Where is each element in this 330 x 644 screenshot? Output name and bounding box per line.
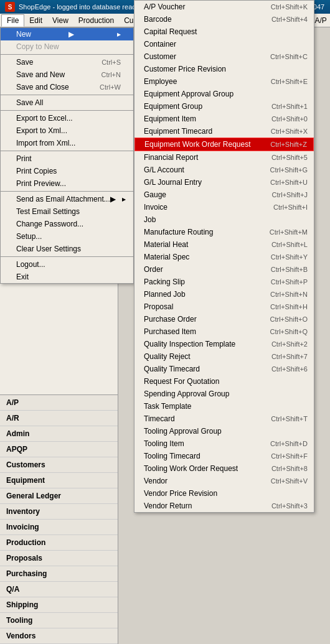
new-customer-price-revision[interactable]: Customer Price Revision <box>134 63 314 75</box>
new-proposal[interactable]: Proposal Ctrl+Shift+H <box>134 301 314 313</box>
new-request-for-quotation[interactable]: Request For Quotation <box>134 375 314 388</box>
export-excel-label: Export to Excel... <box>16 114 73 123</box>
new-vendor[interactable]: Vendor Ctrl+Shift+V <box>134 475 314 487</box>
new-planned-job[interactable]: Planned Job Ctrl+Shift+N <box>134 288 314 301</box>
file-menu-send-email[interactable]: Send as Email Attachment... ▶ <box>1 193 133 205</box>
new-container[interactable]: Container <box>134 38 314 50</box>
new-quality-inspection-template[interactable]: Quality Inspection Template Ctrl+Shift+2 <box>134 338 314 350</box>
new-vendor-price-revision[interactable]: Vendor Price Revision <box>134 487 314 500</box>
file-menu-import-xml[interactable]: Import from Xml... <box>1 137 133 149</box>
new-submenu: A/P Voucher Ctrl+Shift+K Barcode Ctrl+Sh… <box>134 0 314 513</box>
save-close-label: Save and Close <box>16 83 69 91</box>
nav-item-proposals[interactable]: Proposals <box>0 551 118 566</box>
new-vendor-return[interactable]: Vendor Return Ctrl+Shift+3 <box>134 500 314 512</box>
nav-item-customers[interactable]: Customers <box>0 457 118 473</box>
send-email-label: Send as Email Attachment... <box>16 195 110 203</box>
new-gl-account[interactable]: G/L Account Ctrl+Shift+G <box>134 164 314 176</box>
nav-item-apqp[interactable]: APQP <box>0 442 118 457</box>
copy-to-new-label: Copy to New <box>16 42 59 51</box>
file-menu-save-and-close[interactable]: Save and Close Ctrl+W <box>1 81 133 93</box>
file-menu-print-copies[interactable]: Print Copies <box>1 165 133 177</box>
file-menu-test-email[interactable]: Test Email Settings <box>1 205 133 218</box>
sidebar: Operator Schedule <box>0 27 118 644</box>
nav-item-invoicing[interactable]: Invoicing <box>0 520 118 535</box>
menu-edit[interactable]: Edit <box>24 15 47 26</box>
right-area: A/P Voucher Ctrl+Shift+K Barcode Ctrl+Sh… <box>118 27 330 644</box>
new-equipment-approval-group[interactable]: Equipment Approval Group <box>134 88 314 100</box>
new-manufacture-routing[interactable]: Manufacture Routing Ctrl+Shift+M <box>134 226 314 238</box>
file-menu-setup[interactable]: Setup... <box>1 230 133 243</box>
new-purchased-item[interactable]: Purchased Item Ctrl+Shift+Q <box>134 325 314 338</box>
new-gl-journal-entry[interactable]: G/L Journal Entry Ctrl+Shift+U <box>134 176 314 189</box>
new-gauge[interactable]: Gauge Ctrl+Shift+J <box>134 189 314 201</box>
separator-6 <box>1 256 133 257</box>
new-spending-approval-group[interactable]: Spending Approval Group <box>134 388 314 400</box>
menu-file[interactable]: File <box>1 14 24 27</box>
file-menu-save[interactable]: Save Ctrl+S <box>1 56 133 68</box>
menu-view[interactable]: View <box>47 15 73 26</box>
print-copies-label: Print Copies <box>16 167 57 175</box>
separator-3 <box>1 110 133 111</box>
nav-item-tooling[interactable]: Tooling <box>0 613 118 628</box>
new-financial-report[interactable]: Financial Report Ctrl+Shift+5 <box>134 151 314 164</box>
nav-item-ar[interactable]: A/R <box>0 411 118 426</box>
new-tooling-item[interactable]: Tooling Item Ctrl+Shift+D <box>134 437 314 450</box>
nav-item-inventory[interactable]: Inventory <box>0 504 118 520</box>
file-menu-exit[interactable]: Exit <box>1 271 133 283</box>
file-menu-change-password[interactable]: Change Password... <box>1 218 133 230</box>
file-menu-save-all[interactable]: Save All <box>1 96 133 109</box>
file-menu-dropdown: New ▶ Copy to New Save Ctrl+S Save and N… <box>0 27 134 284</box>
file-menu-new[interactable]: New ▶ <box>1 28 133 40</box>
new-tooling-work-order-request[interactable]: Tooling Work Order Request Ctrl+Shift+8 <box>134 462 314 475</box>
new-purchase-order[interactable]: Purchase Order Ctrl+Shift+O <box>134 313 314 325</box>
new-material-heat[interactable]: Material Heat Ctrl+Shift+L <box>134 238 314 251</box>
nav-item-vendors[interactable]: Vendors <box>0 628 118 644</box>
nav-item-equipment[interactable]: Equipment <box>0 473 118 488</box>
new-capital-request[interactable]: Capital Request <box>134 26 314 38</box>
nav-item-admin[interactable]: Admin <box>0 426 118 442</box>
file-menu-export-excel[interactable]: Export to Excel... <box>1 112 133 124</box>
new-employee[interactable]: Employee Ctrl+Shift+E <box>134 75 314 88</box>
nav-item-qa[interactable]: Q/A <box>0 582 118 597</box>
new-quality-reject[interactable]: Quality Reject Ctrl+Shift+7 <box>134 350 314 363</box>
menu-production[interactable]: Production <box>73 15 119 26</box>
save-shortcut: Ctrl+S <box>101 58 121 66</box>
file-menu-print-preview[interactable]: Print Preview... <box>1 177 133 190</box>
file-menu-export-xml[interactable]: Export to Xml... <box>1 124 133 137</box>
new-tooling-timecard[interactable]: Tooling Timecard Ctrl+Shift+F <box>134 450 314 462</box>
nav-item-general-ledger[interactable]: General Ledger <box>0 488 118 504</box>
file-menu-save-and-new[interactable]: Save and New Ctrl+N <box>1 68 133 81</box>
separator-4 <box>1 151 133 151</box>
new-equipment-item[interactable]: Equipment Item Ctrl+Shift+0 <box>134 113 314 125</box>
new-order[interactable]: Order Ctrl+Shift+B <box>134 263 314 276</box>
new-tooling-approval-group[interactable]: Tooling Approval Group <box>134 425 314 437</box>
new-customer[interactable]: Customer Ctrl+Shift+C <box>134 50 314 63</box>
file-menu-copy-to-new[interactable]: Copy to New <box>1 40 133 53</box>
new-task-template[interactable]: Task Template <box>134 400 314 413</box>
file-menu-print[interactable]: Print <box>1 152 133 165</box>
export-xml-label: Export to Xml... <box>16 126 67 135</box>
file-menu-logout[interactable]: Logout... <box>1 258 133 271</box>
send-email-arrow: ▶ <box>110 195 116 203</box>
exit-label: Exit <box>16 273 29 281</box>
new-ap-voucher[interactable]: A/P Voucher Ctrl+Shift+K <box>134 1 314 13</box>
nav-item-ap[interactable]: A/P <box>0 395 118 411</box>
new-equipment-group[interactable]: Equipment Group Ctrl+Shift+1 <box>134 100 314 113</box>
file-menu-clear-user[interactable]: Clear User Settings <box>1 243 133 255</box>
new-quality-timecard[interactable]: Quality Timecard Ctrl+Shift+6 <box>134 363 314 375</box>
new-equipment-timecard[interactable]: Equipment Timecard Ctrl+Shift+X <box>134 125 314 138</box>
new-timecard[interactable]: Timecard Ctrl+Shift+T <box>134 413 314 425</box>
nav-item-shipping[interactable]: Shipping <box>0 597 118 613</box>
new-equipment-work-order-request[interactable]: Equipment Work Order Request Ctrl+Shift+… <box>134 138 314 151</box>
nav-item-purchasing[interactable]: Purchasing <box>0 566 118 582</box>
nav-item-production[interactable]: Production <box>0 535 118 551</box>
save-label: Save <box>16 58 33 67</box>
new-barcode[interactable]: Barcode Ctrl+Shift+4 <box>134 13 314 26</box>
new-material-spec[interactable]: Material Spec Ctrl+Shift+Y <box>134 251 314 263</box>
new-arrow-icon: ▶ <box>68 30 74 39</box>
new-invoice[interactable]: Invoice Ctrl+Shift+I <box>134 201 314 213</box>
new-packing-slip[interactable]: Packing Slip Ctrl+Shift+P <box>134 276 314 288</box>
separator-1 <box>1 54 133 55</box>
main-content: Operator Schedule <box>0 27 330 644</box>
new-job[interactable]: Job <box>134 213 314 226</box>
